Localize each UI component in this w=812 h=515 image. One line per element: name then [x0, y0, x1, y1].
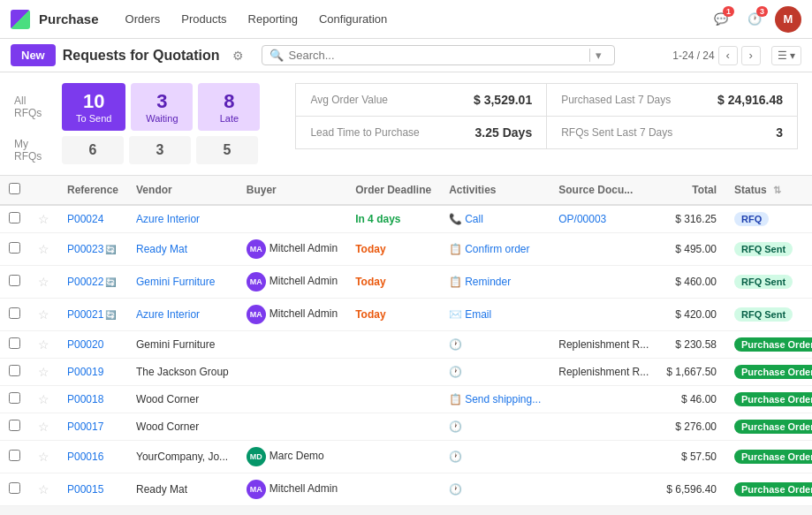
nav-reporting[interactable]: Reporting — [239, 7, 307, 31]
status-sort-icon[interactable]: ⇅ — [773, 185, 781, 195]
search-dropdown-icon[interactable]: ▾ — [589, 49, 607, 62]
row-checkbox[interactable] — [9, 392, 20, 404]
to-send-card[interactable]: 10 To Send — [62, 83, 125, 131]
star-icon[interactable]: ☆ — [38, 482, 49, 496]
row-checkbox[interactable] — [9, 420, 20, 431]
header-total[interactable]: Total — [657, 176, 725, 205]
row-star-cell[interactable]: ☆ — [29, 330, 58, 358]
header-vendor[interactable]: Vendor — [127, 176, 238, 205]
refresh-icon[interactable]: 🔄 — [105, 245, 116, 254]
user-avatar[interactable]: M — [775, 6, 801, 33]
nav-orders[interactable]: Orders — [117, 7, 170, 31]
row-checkbox[interactable] — [9, 337, 20, 349]
row-checkbox[interactable] — [9, 365, 20, 376]
settings-icon[interactable]: ⚙ — [232, 49, 244, 63]
search-input[interactable] — [289, 49, 586, 62]
star-icon[interactable]: ☆ — [38, 450, 49, 464]
row-checkbox-cell[interactable] — [0, 330, 29, 358]
row-star-cell[interactable]: ☆ — [29, 385, 58, 413]
header-buyer[interactable]: Buyer — [238, 176, 346, 205]
reference-link[interactable]: P00016 — [67, 451, 103, 463]
row-star-cell[interactable]: ☆ — [29, 440, 58, 473]
star-icon[interactable]: ☆ — [38, 392, 49, 406]
pagination-prev[interactable]: ‹ — [718, 46, 738, 65]
header-reference[interactable]: Reference — [58, 176, 127, 205]
row-checkbox-cell[interactable] — [0, 413, 29, 440]
row-star-cell[interactable]: ☆ — [29, 358, 58, 385]
star-icon[interactable]: ☆ — [38, 212, 49, 226]
activities-icon[interactable]: 🕐 3 — [741, 6, 768, 33]
reference-link[interactable]: P00024 — [67, 213, 103, 225]
star-icon[interactable]: ☆ — [38, 420, 49, 434]
star-icon[interactable]: ☆ — [38, 307, 49, 322]
star-icon[interactable]: ☆ — [38, 337, 49, 352]
view-toggle[interactable]: ☰ ▾ — [771, 46, 801, 65]
star-icon[interactable]: ☆ — [38, 242, 49, 256]
pagination-next[interactable]: › — [741, 46, 761, 65]
source-link[interactable]: OP/00003 — [558, 213, 606, 225]
row-star-cell[interactable]: ☆ — [29, 205, 58, 233]
row-star-cell[interactable]: ☆ — [29, 473, 58, 505]
messages-icon[interactable]: 💬 1 — [708, 6, 734, 33]
reference-link[interactable]: P00017 — [67, 420, 103, 433]
activity-link[interactable]: Send shipping... — [465, 393, 541, 405]
vendor-link[interactable]: Ready Mat — [136, 243, 187, 255]
new-button[interactable]: New — [11, 44, 56, 66]
activity-link[interactable]: Call — [465, 213, 483, 225]
my-to-send-card[interactable]: 6 — [62, 136, 124, 163]
activity-link[interactable]: Email — [465, 308, 491, 321]
header-deadline[interactable]: Order Deadline — [346, 176, 440, 205]
my-late-card[interactable]: 5 — [196, 136, 258, 163]
nav-configuration[interactable]: Configuration — [310, 7, 396, 31]
row-star-cell[interactable]: ☆ — [29, 413, 58, 440]
row-buyer — [238, 385, 346, 413]
header-status[interactable]: Status ⇅ — [725, 176, 812, 205]
header-activities[interactable]: Activities — [440, 176, 550, 205]
header-source[interactable]: Source Docu... — [550, 176, 657, 205]
row-checkbox-cell[interactable] — [0, 473, 29, 505]
reference-link[interactable]: P00020 — [67, 338, 103, 351]
row-checkbox[interactable] — [9, 307, 20, 319]
row-checkbox-cell[interactable] — [0, 358, 29, 385]
row-checkbox-cell[interactable] — [0, 440, 29, 473]
row-checkbox[interactable] — [9, 275, 20, 286]
star-icon[interactable]: ☆ — [38, 275, 49, 289]
vendor-link[interactable]: Gemini Furniture — [136, 276, 215, 288]
row-checkbox[interactable] — [9, 482, 20, 494]
all-rfqs-label[interactable]: All RFQs — [14, 95, 55, 119]
star-icon[interactable]: ☆ — [38, 365, 49, 379]
reference-link[interactable]: P00022 — [67, 276, 103, 288]
my-rfqs-label[interactable]: My RFQs — [14, 138, 55, 163]
brand-name[interactable]: Purchase — [39, 11, 99, 27]
my-waiting-card[interactable]: 3 — [129, 136, 191, 163]
row-checkbox-cell[interactable] — [0, 298, 29, 330]
activity-link[interactable]: Confirm order — [465, 243, 529, 255]
reference-link[interactable]: P00023 — [67, 243, 103, 255]
row-checkbox-cell[interactable] — [0, 265, 29, 298]
reference-link[interactable]: P00021 — [67, 308, 103, 321]
header-select-all[interactable] — [0, 176, 29, 205]
late-card[interactable]: 8 Late — [198, 83, 260, 131]
row-checkbox-cell[interactable] — [0, 385, 29, 413]
activity-empty-icon: 🕐 — [449, 338, 462, 351]
row-checkbox[interactable] — [9, 212, 20, 223]
nav-products[interactable]: Products — [172, 7, 235, 31]
row-star-cell[interactable]: ☆ — [29, 298, 58, 330]
reference-link[interactable]: P00015 — [67, 483, 103, 496]
vendor-link[interactable]: Azure Interior — [136, 308, 200, 321]
row-checkbox-cell[interactable] — [0, 232, 29, 265]
vendor-link[interactable]: Azure Interior — [136, 213, 200, 225]
select-all-checkbox[interactable] — [9, 183, 20, 194]
row-star-cell[interactable]: ☆ — [29, 265, 58, 298]
row-checkbox[interactable] — [9, 242, 20, 254]
reference-link[interactable]: P00019 — [67, 366, 103, 378]
activity-link[interactable]: Reminder — [465, 276, 511, 288]
refresh-icon[interactable]: 🔄 — [105, 277, 116, 287]
reference-link[interactable]: P00018 — [67, 393, 103, 405]
row-checkbox[interactable] — [9, 450, 20, 461]
refresh-icon[interactable]: 🔄 — [105, 310, 116, 320]
row-star-cell[interactable]: ☆ — [29, 232, 58, 265]
search-bar[interactable]: 🔍 ▾ — [262, 45, 615, 65]
row-checkbox-cell[interactable] — [0, 205, 29, 233]
waiting-card[interactable]: 3 Waiting — [131, 83, 193, 131]
